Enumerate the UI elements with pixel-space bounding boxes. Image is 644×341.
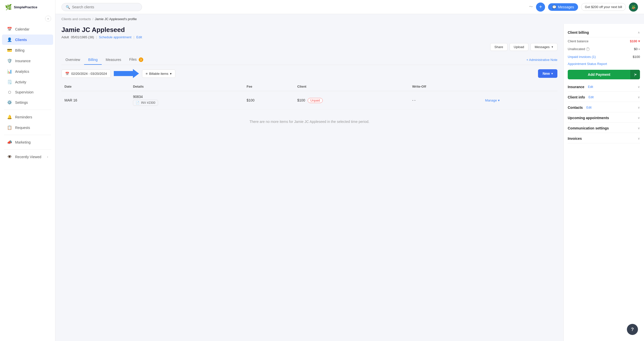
- billing-toolbar: 📅 02/20/2024 - 03/20/2024 ≡ Billable ite…: [61, 69, 557, 78]
- filter-button[interactable]: ≡ Billable items ▾: [142, 70, 175, 78]
- panel-invoices-title: Invoices: [568, 137, 582, 141]
- top-header: 🔍 〜 + 💬 Messages Get $200 off your next …: [55, 0, 644, 14]
- messages-button[interactable]: 💬 Messages: [548, 3, 578, 11]
- messages-dropdown-button[interactable]: Messages ▾: [530, 43, 557, 51]
- analytics-icon: 📊: [7, 69, 12, 74]
- row-date: MAR 16: [64, 98, 127, 102]
- tab-files[interactable]: Files 3: [125, 55, 147, 65]
- sidebar-item-calendar[interactable]: 📅 Calendar: [2, 24, 53, 34]
- breadcrumb-parent[interactable]: Clients and contacts: [61, 17, 91, 21]
- chat-icon: 💬: [552, 5, 556, 9]
- sidebar-item-billing[interactable]: 💳 Billing: [2, 45, 53, 55]
- add-payment-button[interactable]: Add Payment: [568, 70, 630, 79]
- appointment-status-row: Appointment Status Report: [568, 61, 640, 67]
- row-fee: $100: [244, 91, 294, 110]
- manage-button[interactable]: Manage ▾: [485, 98, 554, 102]
- info-icon: ?: [586, 47, 590, 51]
- requests-icon: 📋: [7, 125, 12, 130]
- date-range-button[interactable]: 📅 02/20/2024 - 03/20/2024: [61, 70, 111, 78]
- client-meta: Adult 05/01/1985 (38) | Schedule appoint…: [61, 35, 557, 39]
- sidebar-item-insurance[interactable]: 🛡️ Insurance: [2, 56, 53, 66]
- col-details: Details: [130, 82, 243, 91]
- breadcrumb: Clients and contacts / Jamie JC Applesee…: [55, 14, 644, 24]
- sidebar-item-requests[interactable]: 📋 Requests: [2, 122, 53, 133]
- tab-overview[interactable]: Overview: [61, 55, 84, 65]
- profile-main: Jamie JC Appleseed Adult 05/01/1985 (38)…: [55, 24, 563, 341]
- sidebar-item-label: Insurance: [15, 59, 30, 63]
- sidebar-collapse-btn[interactable]: «: [45, 16, 51, 22]
- unallocated-label: Unallocated ?: [568, 47, 590, 51]
- breadcrumb-current: Jamie JC Appleseed's profile: [95, 17, 137, 21]
- panel-client-info-header[interactable]: Client info Edit ∨: [568, 93, 640, 102]
- upload-button[interactable]: Upload: [510, 43, 528, 51]
- panel-billing-chevron: ∧: [638, 31, 640, 34]
- sidebar-item-label: Recently Viewed: [15, 155, 41, 159]
- search-icon: 🔍: [66, 5, 70, 9]
- panel-invoices-header[interactable]: Invoices ∨: [568, 134, 640, 143]
- col-date: Date: [61, 82, 130, 91]
- empty-message: There are no more items for Jamie JC App…: [61, 110, 557, 134]
- panel-section-client-info: Client info Edit ∨: [568, 93, 640, 102]
- appointment-status-link[interactable]: Appointment Status Report: [568, 62, 607, 66]
- balance-chevron-icon[interactable]: ▾: [638, 39, 640, 43]
- sidebar-item-marketing[interactable]: 📣 Marketing: [2, 137, 53, 147]
- sidebar-item-label: Calendar: [15, 27, 29, 31]
- tab-measures[interactable]: Measures: [102, 55, 125, 65]
- insurance-edit-link[interactable]: Edit: [588, 85, 593, 89]
- promo-button[interactable]: Get $200 off your next bill: [581, 3, 626, 11]
- panel-comm-settings-header[interactable]: Communication settings ∨: [568, 124, 640, 133]
- panel-insurance-header[interactable]: Insurance Edit ∨: [568, 82, 640, 92]
- unallocated-chevron-icon[interactable]: ▾: [638, 48, 640, 51]
- panel-contacts-header[interactable]: Contacts Edit ∨: [568, 103, 640, 112]
- sidebar-divider-3: [4, 149, 51, 150]
- panel-section-client-billing: Client billing ∧ Client balance $100 ▾ U…: [568, 28, 640, 79]
- sidebar-item-label: Supervision: [15, 90, 33, 94]
- sidebar-item-clients[interactable]: 👤 Clients: [2, 35, 53, 45]
- edit-client-link[interactable]: Edit: [136, 35, 142, 39]
- help-button[interactable]: ?: [627, 324, 638, 335]
- panel-row-balance: Client balance $100 ▾: [568, 37, 640, 45]
- search-input[interactable]: [72, 5, 138, 9]
- sidebar-item-reminders[interactable]: 🔔 Reminders: [2, 112, 53, 122]
- add-payment-dropdown-button[interactable]: |▾: [630, 70, 640, 79]
- sidebar-item-label: Requests: [15, 126, 30, 130]
- panel-insurance-title: Insurance: [568, 85, 584, 89]
- unpaid-invoices-link[interactable]: Unpaid invoices (1): [568, 55, 596, 59]
- schedule-appointment-link[interactable]: Schedule appointment: [99, 35, 131, 39]
- sidebar-item-analytics[interactable]: 📊 Analytics: [2, 66, 53, 77]
- new-button[interactable]: New ▾: [538, 69, 557, 78]
- blue-arrow-svg: [114, 69, 139, 78]
- profile-layout: Jamie JC Appleseed Adult 05/01/1985 (38)…: [55, 24, 644, 341]
- invoices-chevron-icon: ∨: [638, 137, 640, 140]
- panel-upcoming-header[interactable]: Upcoming appointments ∨: [568, 113, 640, 123]
- row-client-amount: $100: [297, 98, 305, 102]
- billing-table: Date Details Fee Client Write-Off MAR 16: [61, 82, 557, 110]
- tab-billing[interactable]: Billing: [84, 55, 101, 65]
- sidebar-item-label: Analytics: [15, 70, 29, 74]
- insurance-icon: 🛡️: [7, 58, 12, 63]
- client-dob: 05/01/1985 (38): [71, 35, 94, 39]
- sidebar-divider-2: [4, 135, 51, 135]
- sidebar-item-recently-viewed[interactable]: 👁️ Recently Viewed ›: [2, 152, 53, 162]
- admin-note-button[interactable]: + Administrative Note: [526, 55, 557, 64]
- sidebar-item-supervision[interactable]: ⬡ Supervision: [2, 87, 53, 97]
- search-box[interactable]: 🔍: [61, 3, 142, 11]
- panel-billing-header[interactable]: Client billing ∧: [568, 28, 640, 37]
- logo-icon: 🌿: [5, 4, 12, 11]
- sidebar-nav: 📅 Calendar 👤 Clients 💳 Billing 🛡️ Insura…: [0, 24, 55, 341]
- balance-value: $100 ▾: [630, 39, 640, 43]
- user-avatar[interactable]: 🪴: [629, 3, 638, 12]
- sidebar-item-activity[interactable]: 🗒️ Activity: [2, 77, 53, 87]
- sidebar: 🌿 SimplePractice « 📅 Calendar 👤 Clients …: [0, 0, 55, 341]
- panel-billing-title: Client billing: [568, 30, 589, 35]
- invoice-icon: 📄: [136, 101, 139, 105]
- sidebar-item-settings[interactable]: ⚙️ Settings: [2, 97, 53, 108]
- contacts-edit-link[interactable]: Edit: [586, 106, 592, 109]
- client-info-edit-link[interactable]: Edit: [588, 95, 594, 99]
- table-row: MAR 16 90834 📄 INV #2300 $100: [61, 91, 557, 110]
- sidebar-divider: [4, 110, 51, 110]
- add-button[interactable]: +: [536, 3, 545, 12]
- analytics-trend-icon[interactable]: 〜: [529, 4, 533, 10]
- share-button[interactable]: Share: [490, 43, 508, 51]
- invoice-chip[interactable]: 📄 INV #2300: [133, 100, 158, 106]
